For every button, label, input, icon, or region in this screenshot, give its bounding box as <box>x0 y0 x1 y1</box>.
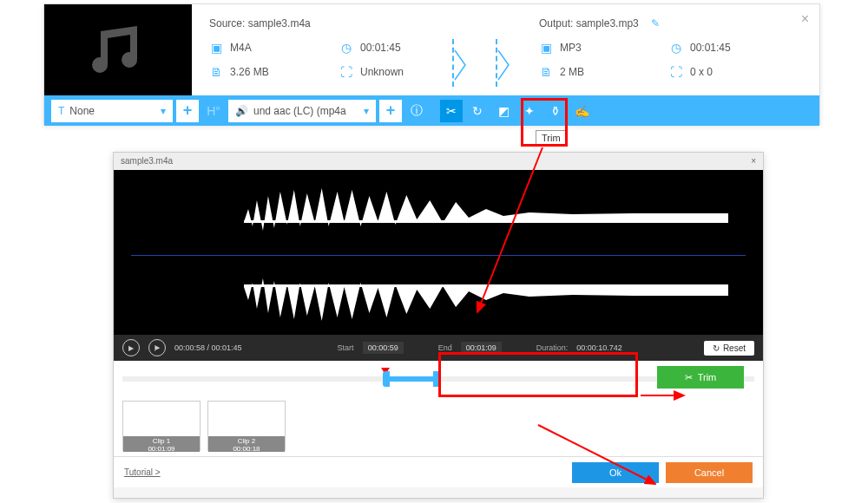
trim-action-button[interactable]: ✂Trim <box>657 366 744 389</box>
music-icon <box>83 24 153 76</box>
trim-end-handle[interactable] <box>433 371 440 387</box>
editor-title: sample3.m4a <box>121 156 173 167</box>
cancel-button[interactable]: Cancel <box>666 462 753 483</box>
waveform[interactable] <box>114 170 763 335</box>
ok-button[interactable]: Ok <box>572 462 659 483</box>
video-icon: ▣ <box>209 41 223 55</box>
time-position: 00:00:58 / 00:01:45 <box>174 343 242 352</box>
audio-select[interactable]: 🔊und aac (LC) (mp4a▾ <box>228 100 376 122</box>
duration-value: 00:00:10.742 <box>576 343 622 352</box>
clock-icon: ◷ <box>669 41 683 55</box>
thumbnail <box>44 4 192 95</box>
add-audio-button[interactable]: + <box>379 100 402 122</box>
conversion-panel: × Source: sample3.m4a Output: sample3.mp… <box>43 3 820 125</box>
toolbar: TNone▾ + H° 🔊und aac (LC) (mp4a▾ + ⓘ ✂ ↻… <box>44 95 819 126</box>
sign-button[interactable]: ✍ <box>570 100 593 122</box>
file-icon: 🗎 <box>209 65 223 79</box>
step-button[interactable]: |▶ <box>148 339 166 356</box>
close-icon[interactable]: × <box>751 156 756 167</box>
clip-item[interactable]: Clip 200:00:18 <box>207 401 286 451</box>
file-icon: 🗎 <box>539 65 553 79</box>
h-button[interactable]: H° <box>202 100 225 122</box>
trim-start-handle[interactable] <box>383 371 390 387</box>
scissors-icon: ✂ <box>685 372 693 383</box>
add-subtitle-button[interactable]: + <box>176 100 199 122</box>
source-label: Source: sample3.m4a <box>209 17 383 29</box>
start-time[interactable]: 00:00:59 <box>363 342 404 354</box>
close-icon[interactable]: × <box>801 11 809 27</box>
subtitle-select[interactable]: TNone▾ <box>51 100 173 122</box>
clips-row: Clip 100:01:09 Clip 200:00:18 <box>114 395 763 456</box>
edit-icon[interactable]: ✎ <box>651 17 660 29</box>
play-button[interactable]: ▶ <box>122 339 140 356</box>
info-button[interactable]: ⓘ <box>405 100 428 122</box>
resolution-icon: ⛶ <box>339 65 353 79</box>
tutorial-link[interactable]: Tutorial > <box>124 467 161 477</box>
effects-button[interactable]: ✦ <box>518 100 541 122</box>
clock-icon: ◷ <box>339 41 353 55</box>
playback-controls: ▶ |▶ 00:00:58 / 00:01:45 Start 00:00:59 … <box>114 335 763 361</box>
trim-button[interactable]: ✂ <box>440 100 463 122</box>
clip-item[interactable]: Clip 100:01:09 <box>122 401 201 451</box>
trim-editor: sample3.m4a× ▶ |▶ 00:00:58 / 00:01:45 St… <box>113 152 764 499</box>
crop-button[interactable]: ◩ <box>492 100 515 122</box>
svg-rect-1 <box>244 284 728 287</box>
resolution-icon: ⛶ <box>669 65 683 79</box>
timeline[interactable]: ✂Trim <box>114 361 763 395</box>
end-time[interactable]: 00:01:09 <box>461 342 502 354</box>
svg-rect-0 <box>244 220 728 223</box>
rotate-button[interactable]: ↻ <box>466 100 489 122</box>
video-icon: ▣ <box>539 41 553 55</box>
reset-button[interactable]: ↻Reset <box>704 341 754 356</box>
output-label: Output: sample3.mp3✎ <box>539 17 713 29</box>
watermark-button[interactable]: ⚱ <box>544 100 567 122</box>
trim-tooltip: Trim <box>536 130 567 146</box>
